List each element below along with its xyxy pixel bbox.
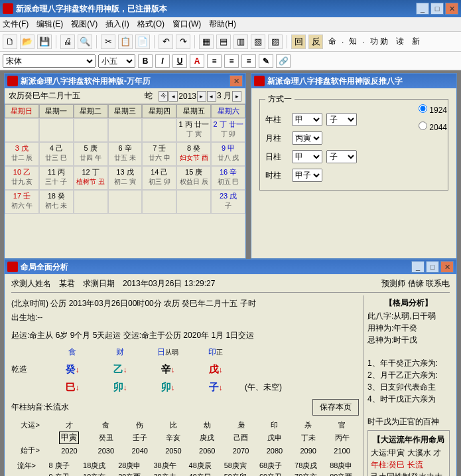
new-icon[interactable]: 🗋 [3, 35, 17, 49]
day-cell[interactable]: 17 壬初六 午 [5, 190, 39, 214]
zodiac: 蛇 [139, 90, 159, 102]
year-next-button[interactable]: ▸ [197, 91, 206, 102]
radio-2044[interactable] [419, 121, 427, 130]
btn-zhi[interactable]: 知 [346, 35, 360, 49]
branch-select[interactable]: 子 [326, 113, 357, 126]
day-cell[interactable]: 8 癸妇女节 酉 [176, 142, 211, 166]
day-cell[interactable]: 11 丙三十 子 [39, 166, 74, 190]
day-cell[interactable] [5, 118, 39, 142]
pillar-select[interactable]: 甲子 [292, 169, 322, 182]
align-right-icon[interactable]: ≡ [241, 54, 256, 68]
day-cell[interactable] [74, 118, 108, 142]
today-button[interactable]: 今 [159, 91, 168, 102]
pillar-select[interactable]: 丙寅 [292, 131, 322, 145]
save-icon[interactable]: 💾 [37, 35, 52, 49]
ana-maximize-button[interactable]: □ [426, 261, 439, 273]
save-page-button[interactable]: 保存本页 [312, 399, 359, 416]
open-icon[interactable]: 📂 [20, 35, 34, 49]
pillar-select[interactable]: 甲 [292, 113, 322, 126]
day-cell[interactable]: 1 丙 廿一 丁 寅 [176, 118, 211, 142]
day-cell[interactable] [74, 190, 108, 214]
grid5-icon[interactable]: ▨ [268, 35, 283, 49]
menu-edit[interactable]: 编辑(E) [36, 19, 63, 30]
grid1-icon[interactable]: ▦ [199, 35, 214, 49]
bazi-gods: 食 财 日从弱 印正 [11, 347, 359, 358]
menubar: 文件(F) 编辑(E) 视图(V) 插入(I) 格式(O) 窗口(W) 帮助(H… [0, 17, 461, 32]
grid2-icon[interactable]: ▤ [216, 35, 231, 49]
format-bar: 宋体 小五 B I U A ≡ ≡ ≡ ✎ 🔗 [0, 52, 461, 70]
menu-file[interactable]: 文件(F) [3, 19, 29, 30]
req-date: 2013年03月26日 13:29:27 [123, 278, 215, 289]
copy-icon[interactable]: 📋 [118, 35, 133, 49]
underline-button[interactable]: U [172, 54, 187, 68]
month-next-button[interactable]: ▸ [232, 91, 241, 102]
link-icon[interactable]: 🔗 [276, 54, 291, 68]
day-header: 星期五 [176, 104, 211, 118]
app-title: 新派命理八字排盘软件用神版，已注册版本 [16, 3, 416, 15]
rpane-title: 新派命理八字排盘软件用神版反推八字 [267, 76, 454, 87]
pillar-select[interactable]: 甲 [292, 150, 322, 163]
day-cell[interactable]: 12 丁植树节 丑 [74, 166, 108, 190]
req-name-label: 求测人姓名 [11, 278, 51, 289]
year-prev-button[interactable]: ◂ [168, 91, 178, 102]
preview-icon[interactable]: 🔍 [78, 35, 92, 49]
bold-button[interactable]: B [138, 54, 153, 68]
btn-du[interactable]: 读 [393, 35, 407, 49]
align-left-icon[interactable]: ≡ [207, 54, 222, 68]
close-button[interactable]: ✕ [445, 3, 458, 15]
btn-xin[interactable]: 新 [409, 35, 423, 49]
day-cell[interactable]: 5 庚廿四 午 [74, 142, 108, 166]
day-cell[interactable]: 23 戊 子 [211, 190, 245, 214]
italic-button[interactable]: I [155, 54, 170, 68]
day-cell[interactable]: 9 甲廿八 戌 [211, 142, 245, 166]
cal-close-button[interactable]: ✕ [230, 75, 243, 87]
day-cell[interactable]: 3 戊廿二 辰 [5, 142, 39, 166]
print-icon[interactable]: 🖨 [60, 35, 75, 49]
minimize-button[interactable]: _ [416, 3, 429, 15]
menu-insert[interactable]: 插入(I) [105, 19, 129, 30]
menu-window[interactable]: 窗口(W) [172, 19, 201, 30]
day-cell[interactable]: 15 庚权益日 辰 [176, 166, 211, 190]
btn-ming[interactable]: 命 [326, 35, 339, 49]
menu-view[interactable]: 视图(V) [71, 19, 98, 30]
day-cell[interactable]: 6 辛廿五 未 [108, 142, 143, 166]
day-cell[interactable]: 16 辛初五 巳 [211, 166, 245, 190]
grid4-icon[interactable]: ▧ [251, 35, 265, 49]
day-cell[interactable]: 13 戊初二 寅 [108, 166, 143, 190]
redo-icon[interactable]: ↷ [176, 35, 190, 49]
day-cell[interactable]: 2 丁 廿一 丁 卯 [211, 118, 245, 142]
align-center-icon[interactable]: ≡ [224, 54, 239, 68]
day-cell[interactable] [39, 118, 74, 142]
maximize-button[interactable]: □ [430, 3, 444, 15]
day-cell[interactable] [108, 190, 143, 214]
ana-minimize-button[interactable]: _ [411, 261, 425, 273]
month-prev-button[interactable]: ◂ [207, 91, 216, 102]
branch-select[interactable]: 子 [326, 150, 357, 163]
font-color-button[interactable]: A [190, 54, 204, 68]
menu-format[interactable]: 格式(O) [137, 19, 165, 30]
cut-icon[interactable]: ✂ [101, 35, 115, 49]
font-select[interactable]: 宋体 [3, 54, 96, 68]
cal-title: 新派命理八字排盘软件用神版-万年历 [21, 76, 230, 87]
size-select[interactable]: 小五 [98, 54, 135, 68]
btn-fan[interactable]: 反 [308, 35, 323, 49]
day-cell[interactable]: 18 癸初七 未 [39, 190, 74, 214]
day-cell[interactable]: 10 乙廿九 亥 [5, 166, 39, 190]
day-cell[interactable] [176, 190, 211, 214]
day-cell[interactable] [108, 118, 143, 142]
grid3-icon[interactable]: ▥ [233, 35, 248, 49]
btn-gongxun[interactable]: 功 勋 [367, 35, 391, 49]
highlight-icon[interactable]: ✎ [259, 54, 273, 68]
menu-help[interactable]: 帮助(H) [209, 19, 236, 30]
day-cell[interactable] [142, 190, 176, 214]
day-cell[interactable] [142, 118, 176, 142]
day-cell[interactable]: 14 己初三 卯 [142, 166, 176, 190]
day-header: 星期一 [39, 104, 74, 118]
paste-icon[interactable]: 📄 [135, 35, 150, 49]
day-cell[interactable]: 7 壬廿六 申 [142, 142, 176, 166]
undo-icon[interactable]: ↶ [159, 35, 173, 49]
radio-1924[interactable] [419, 104, 427, 113]
btn-hui[interactable]: 回 [291, 35, 306, 49]
day-cell[interactable]: 4 己廿三 巳 [39, 142, 74, 166]
ana-close-button[interactable]: ✕ [440, 261, 454, 273]
